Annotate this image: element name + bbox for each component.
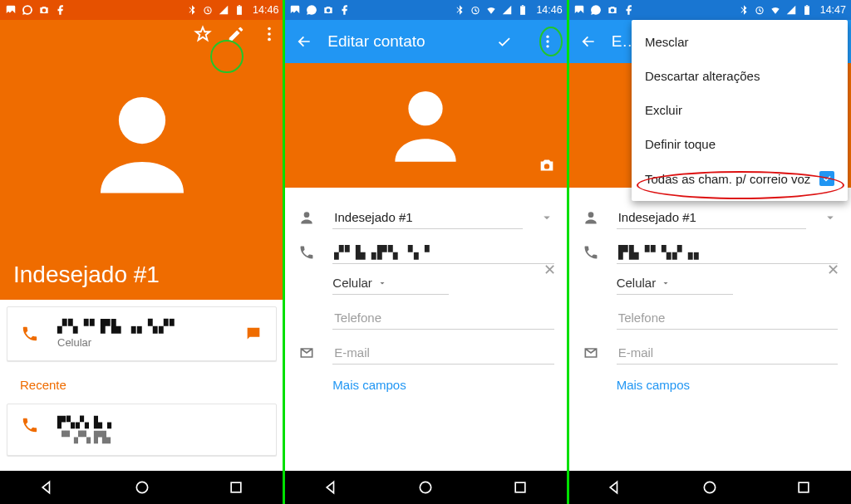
dropdown-icon xyxy=(377,278,387,288)
status-bar: 14:47 xyxy=(568,0,851,20)
email-field[interactable] xyxy=(332,341,553,365)
svg-point-14 xyxy=(304,212,310,218)
phone-icon xyxy=(298,244,315,261)
alarm-icon xyxy=(754,4,765,16)
screen-edit-contact: 14:46 Editar contato ✕ Celular xyxy=(283,0,567,504)
svg-rect-1 xyxy=(239,5,240,6)
more-icon[interactable] xyxy=(539,33,556,50)
nav-back-icon[interactable] xyxy=(323,479,340,496)
clear-icon[interactable]: ✕ xyxy=(544,261,556,279)
name-field[interactable] xyxy=(332,206,522,229)
clear-icon[interactable]: ✕ xyxy=(827,261,839,279)
dropdown-icon xyxy=(661,278,671,288)
chevron-down-icon[interactable] xyxy=(823,210,838,225)
nav-back-icon[interactable] xyxy=(607,479,623,496)
phone-type-dropdown[interactable]: Celular xyxy=(617,276,733,295)
nav-recent-icon[interactable] xyxy=(512,479,529,496)
svg-rect-18 xyxy=(806,5,808,6)
confirm-icon[interactable] xyxy=(496,33,513,50)
chevron-down-icon[interactable] xyxy=(539,210,554,225)
svg-point-5 xyxy=(119,97,165,144)
phone-card[interactable]: ▞▚▝▘▛▙ ▗▖▚▞▘ Celular xyxy=(7,306,277,361)
camera-button[interactable] xyxy=(538,156,556,178)
menu-merge[interactable]: Mesclar xyxy=(632,25,848,59)
recent-number-masked: ▛▚▞▖▙▗ xyxy=(57,416,112,428)
svg-point-13 xyxy=(409,91,443,125)
nav-home-icon[interactable] xyxy=(701,479,718,496)
recent-card[interactable]: ▛▚▞▖▙▗ ▝▘▞▚ ▛▙ xyxy=(7,404,277,456)
clock-text: 14:46 xyxy=(253,4,278,16)
nav-home-icon[interactable] xyxy=(417,479,434,496)
facebook-icon xyxy=(623,4,635,16)
nav-bar xyxy=(0,471,283,504)
nav-recent-icon[interactable] xyxy=(795,479,812,496)
back-icon[interactable] xyxy=(296,33,312,50)
phone-extra-field[interactable] xyxy=(617,306,838,330)
contact-header: Indesejado #1 xyxy=(0,20,283,300)
svg-point-12 xyxy=(546,45,548,47)
svg-rect-22 xyxy=(799,482,809,492)
edit-form: ✕ Celular Mais campos xyxy=(568,188,851,392)
recent-heading: Recente xyxy=(7,368,277,397)
recent-entry: ▛▚▞▖▙▗ ▝▘▞▚ ▛▙ xyxy=(57,416,112,443)
nav-recent-icon[interactable] xyxy=(228,479,244,496)
email-field[interactable] xyxy=(617,341,838,365)
svg-rect-9 xyxy=(522,5,524,6)
more-fields-link[interactable]: Mais campos xyxy=(332,378,553,392)
image-icon xyxy=(573,4,585,16)
back-icon[interactable] xyxy=(580,33,597,50)
alarm-icon xyxy=(470,4,481,16)
battery-icon xyxy=(517,4,529,16)
camera-icon xyxy=(607,4,618,16)
signal-icon xyxy=(785,4,797,16)
nav-home-icon[interactable] xyxy=(134,479,150,496)
name-field[interactable] xyxy=(617,206,806,229)
svg-point-6 xyxy=(136,482,147,492)
recent-time: ▝▘▞▚ ▛▙ xyxy=(57,431,112,443)
image-icon xyxy=(289,4,301,16)
avatar-placeholder xyxy=(80,79,204,207)
phone-field[interactable] xyxy=(332,241,553,264)
clock-text: 14:47 xyxy=(820,4,846,16)
phone-number-masked: ▞▚▝▘▛▙ ▗▖▚▞▘ xyxy=(57,319,180,334)
phone-type-dropdown[interactable]: Celular xyxy=(332,276,449,295)
menu-voicemail-label: Todas as cham. p/ correio voz xyxy=(645,172,810,186)
phone-type-value: Celular xyxy=(332,276,372,290)
nav-bar xyxy=(284,471,567,504)
svg-point-21 xyxy=(704,482,715,492)
contact-name: Indesejado #1 xyxy=(13,262,160,288)
menu-ringtone[interactable]: Definir toque xyxy=(632,127,848,161)
more-icon[interactable] xyxy=(260,25,278,43)
phone-field[interactable] xyxy=(617,241,838,264)
menu-discard[interactable]: Descartar alterações xyxy=(632,59,848,93)
overflow-menu: Mesclar Descartar alterações Excluir Def… xyxy=(632,20,848,201)
camera-icon xyxy=(322,4,334,16)
menu-delete[interactable]: Excluir xyxy=(632,93,848,127)
nav-back-icon[interactable] xyxy=(39,479,56,496)
phone-extra-field[interactable] xyxy=(332,306,553,330)
email-icon xyxy=(298,345,315,361)
svg-point-20 xyxy=(588,212,593,218)
highlight-circle-edit xyxy=(210,40,243,73)
menu-voicemail[interactable]: Todas as cham. p/ correio voz xyxy=(632,161,848,196)
screen-edit-menu-open: 14:47 E… ✕ Celular xyxy=(568,0,851,504)
phone-number-block: ▞▚▝▘▛▙ ▗▖▚▞▘ Celular xyxy=(57,319,180,349)
facebook-icon xyxy=(339,4,351,16)
svg-point-2 xyxy=(268,27,271,31)
whatsapp-icon xyxy=(590,4,602,16)
more-fields-link[interactable]: Mais campos xyxy=(617,378,838,392)
star-icon[interactable] xyxy=(194,25,212,43)
facebook-icon xyxy=(55,4,66,16)
svg-point-11 xyxy=(546,40,548,42)
status-bar: 14:46 xyxy=(284,0,567,20)
alarm-icon xyxy=(202,4,214,16)
status-bar: 14:46 xyxy=(0,0,283,20)
battery-icon xyxy=(234,4,245,16)
clock-text: 14:46 xyxy=(536,4,562,16)
sms-icon[interactable] xyxy=(244,325,263,343)
svg-rect-7 xyxy=(232,482,242,492)
nav-bar xyxy=(568,471,851,504)
contact-photo-area[interactable] xyxy=(284,63,567,188)
checkbox-checked-icon xyxy=(819,171,834,186)
edit-icon[interactable] xyxy=(227,25,245,43)
